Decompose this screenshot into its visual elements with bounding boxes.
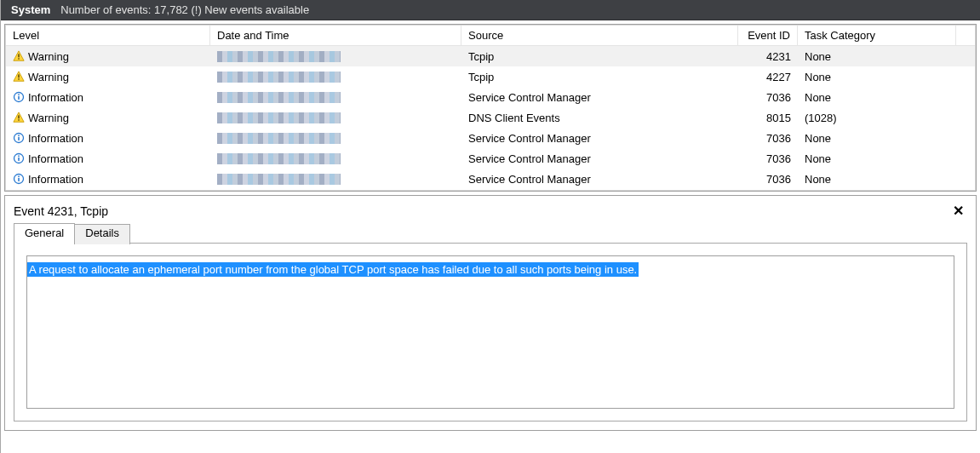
cell-taskcat: (1028) bbox=[798, 110, 956, 126]
cell-datetime bbox=[210, 152, 461, 166]
information-icon bbox=[13, 132, 25, 144]
svg-rect-1 bbox=[18, 54, 19, 57]
cell-datetime bbox=[210, 172, 461, 186]
cell-source: DNS Client Events bbox=[461, 110, 738, 126]
cell-datetime bbox=[210, 111, 461, 125]
cell-taskcat: None bbox=[798, 69, 956, 85]
event-detail-pane: Event 4231, Tcpip ✕ General Details A re… bbox=[4, 195, 977, 431]
event-grid-body[interactable]: WarningTcpip4231NoneWarningTcpip4227None… bbox=[6, 46, 975, 190]
cell-taskcat: None bbox=[798, 130, 956, 146]
table-row[interactable]: WarningDNS Client Events8015(1028) bbox=[6, 107, 975, 128]
cell-eventid: 8015 bbox=[738, 110, 798, 126]
information-icon bbox=[13, 91, 25, 103]
level-text: Information bbox=[28, 173, 83, 186]
svg-rect-17 bbox=[18, 156, 20, 158]
tab-general[interactable]: General bbox=[14, 223, 75, 244]
warning-icon bbox=[13, 50, 25, 62]
cell-taskcat: None bbox=[798, 49, 956, 65]
warning-icon bbox=[13, 71, 25, 83]
level-text: Information bbox=[28, 91, 83, 104]
datetime-redacted bbox=[217, 174, 341, 185]
cell-eventid: 4231 bbox=[738, 49, 798, 65]
svg-rect-8 bbox=[18, 95, 20, 96]
cell-datetime bbox=[210, 90, 461, 105]
svg-rect-14 bbox=[18, 135, 20, 137]
svg-rect-11 bbox=[18, 119, 19, 120]
cell-datetime bbox=[210, 131, 461, 146]
cell-source: Service Control Manager bbox=[461, 130, 738, 146]
svg-rect-16 bbox=[18, 158, 20, 161]
table-row[interactable]: WarningTcpip4231None bbox=[6, 46, 975, 66]
datetime-redacted bbox=[217, 51, 341, 62]
svg-rect-13 bbox=[18, 137, 20, 140]
cell-eventid: 4227 bbox=[738, 69, 798, 85]
column-header-level[interactable]: Level bbox=[6, 26, 210, 45]
datetime-redacted bbox=[217, 133, 341, 144]
svg-rect-5 bbox=[18, 78, 19, 79]
datetime-redacted bbox=[217, 72, 341, 83]
svg-rect-20 bbox=[18, 176, 20, 178]
svg-rect-2 bbox=[18, 58, 19, 59]
cell-source: Tcpip bbox=[461, 49, 738, 65]
svg-rect-19 bbox=[18, 178, 20, 181]
cell-taskcat: None bbox=[798, 151, 956, 167]
detail-tabs: General Details bbox=[14, 222, 967, 243]
cell-taskcat: None bbox=[798, 171, 956, 187]
svg-rect-4 bbox=[18, 74, 19, 77]
level-text: Information bbox=[28, 152, 83, 165]
cell-source: Service Control Manager bbox=[461, 171, 738, 187]
table-row[interactable]: InformationService Control Manager7036No… bbox=[6, 87, 975, 107]
cell-level: Information bbox=[6, 171, 210, 187]
cell-eventid: 7036 bbox=[738, 89, 798, 106]
column-header-source[interactable]: Source bbox=[461, 26, 738, 45]
cell-level: Warning bbox=[6, 69, 210, 85]
cell-level: Warning bbox=[6, 49, 210, 65]
information-icon bbox=[13, 152, 25, 164]
level-text: Warning bbox=[28, 112, 69, 124]
level-text: Warning bbox=[28, 71, 69, 83]
datetime-redacted bbox=[217, 153, 341, 164]
close-icon[interactable]: ✕ bbox=[949, 203, 967, 219]
log-name: System bbox=[11, 3, 50, 16]
cell-eventid: 7036 bbox=[738, 151, 798, 167]
tab-general-page: A request to allocate an ephemeral port … bbox=[14, 243, 967, 421]
table-row[interactable]: WarningTcpip4227None bbox=[6, 66, 975, 87]
event-message-text: A request to allocate an ephemeral port … bbox=[27, 262, 639, 277]
column-header-taskcat[interactable]: Task Category bbox=[798, 26, 956, 45]
svg-rect-10 bbox=[18, 115, 19, 118]
column-headers: Level Date and Time Source Event ID Task… bbox=[6, 26, 975, 46]
cell-eventid: 7036 bbox=[738, 130, 798, 146]
event-count-label: Number of events: 17,782 (!) New events … bbox=[60, 3, 309, 16]
cell-eventid: 7036 bbox=[738, 171, 798, 187]
table-row[interactable]: InformationService Control Manager7036No… bbox=[6, 169, 975, 189]
event-message-box[interactable]: A request to allocate an ephemeral port … bbox=[26, 255, 954, 409]
cell-source: Tcpip bbox=[461, 69, 738, 85]
table-row[interactable]: InformationService Control Manager7036No… bbox=[6, 128, 975, 148]
svg-rect-7 bbox=[18, 96, 20, 100]
column-header-datetime[interactable]: Date and Time bbox=[210, 26, 461, 45]
grid-filler bbox=[6, 189, 975, 190]
warning-icon bbox=[13, 112, 25, 123]
cell-level: Information bbox=[6, 89, 210, 106]
level-text: Warning bbox=[28, 50, 69, 63]
column-header-eventid[interactable]: Event ID bbox=[738, 26, 798, 45]
cell-level: Information bbox=[6, 151, 210, 167]
cell-source: Service Control Manager bbox=[461, 89, 738, 106]
event-grid: Level Date and Time Source Event ID Task… bbox=[4, 24, 977, 192]
level-text: Information bbox=[28, 132, 83, 145]
table-row[interactable]: InformationService Control Manager7036No… bbox=[6, 148, 975, 169]
detail-title: Event 4231, Tcpip bbox=[14, 204, 108, 218]
datetime-redacted bbox=[217, 92, 341, 103]
cell-datetime bbox=[210, 49, 461, 64]
cell-level: Information bbox=[6, 130, 210, 146]
information-icon bbox=[13, 173, 25, 185]
tab-details[interactable]: Details bbox=[74, 224, 130, 244]
cell-level: Warning bbox=[6, 110, 210, 126]
log-header-bar: System Number of events: 17,782 (!) New … bbox=[1, 0, 980, 20]
datetime-redacted bbox=[217, 112, 341, 123]
cell-source: Service Control Manager bbox=[461, 151, 738, 167]
cell-datetime bbox=[210, 70, 461, 84]
cell-taskcat: None bbox=[798, 89, 956, 106]
